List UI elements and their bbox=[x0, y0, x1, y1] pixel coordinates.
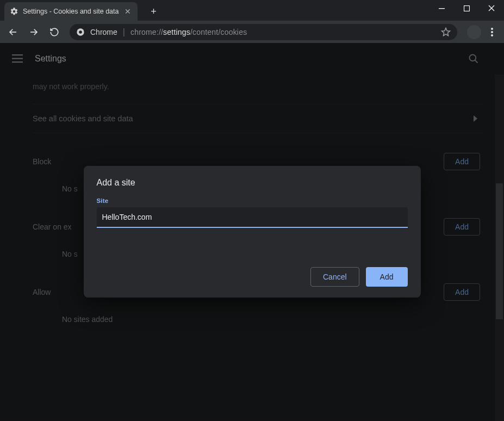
url-text: chrome://settings/content/cookies bbox=[130, 28, 247, 36]
reload-button[interactable] bbox=[46, 23, 63, 41]
modal-overlay: Add a site Site Cancel Add bbox=[0, 43, 504, 421]
confirm-add-button[interactable]: Add bbox=[366, 267, 408, 287]
separator: | bbox=[123, 27, 125, 37]
site-input[interactable] bbox=[97, 207, 408, 228]
brand-label: Chrome bbox=[90, 28, 117, 36]
svg-point-10 bbox=[491, 31, 493, 33]
gear-icon bbox=[10, 7, 18, 16]
chrome-brand-icon bbox=[76, 28, 85, 36]
tab-title: Settings - Cookies and site data bbox=[23, 8, 119, 15]
window-close-button[interactable] bbox=[479, 0, 504, 16]
svg-rect-1 bbox=[464, 5, 469, 11]
maximize-button[interactable] bbox=[454, 0, 479, 16]
minimize-button[interactable] bbox=[429, 0, 454, 16]
site-field-label: Site bbox=[97, 197, 408, 204]
svg-rect-0 bbox=[439, 8, 445, 9]
close-tab-icon[interactable]: ✕ bbox=[123, 7, 132, 16]
browser-tab[interactable]: Settings - Cookies and site data ✕ bbox=[4, 2, 138, 21]
window-controls bbox=[429, 0, 504, 16]
titlebar: Settings - Cookies and site data ✕ + bbox=[0, 0, 504, 21]
svg-marker-8 bbox=[442, 28, 450, 35]
bookmark-star-icon[interactable] bbox=[441, 27, 451, 37]
svg-point-11 bbox=[491, 34, 493, 36]
add-site-dialog: Add a site Site Cancel Add bbox=[84, 166, 421, 298]
cancel-button[interactable]: Cancel bbox=[310, 267, 359, 287]
back-button[interactable] bbox=[4, 23, 22, 41]
dialog-title: Add a site bbox=[97, 178, 408, 188]
menu-kebab-icon[interactable] bbox=[484, 28, 500, 36]
profile-avatar[interactable] bbox=[467, 25, 481, 39]
new-tab-button[interactable]: + bbox=[146, 4, 161, 19]
svg-point-7 bbox=[79, 30, 82, 34]
svg-point-9 bbox=[491, 28, 493, 30]
browser-toolbar: Chrome | chrome://settings/content/cooki… bbox=[0, 21, 504, 43]
address-bar[interactable]: Chrome | chrome://settings/content/cooki… bbox=[70, 24, 457, 40]
forward-button[interactable] bbox=[25, 23, 42, 41]
